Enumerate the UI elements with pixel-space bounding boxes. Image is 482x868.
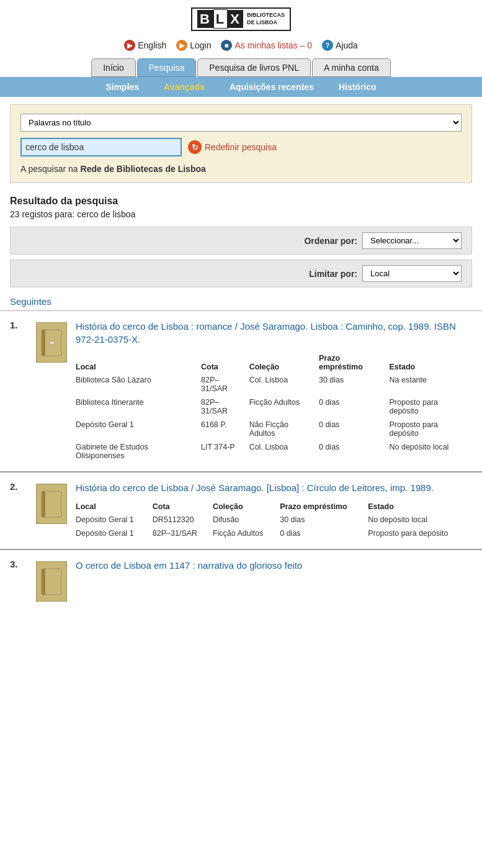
logo-tagline: BIBLIOTECAS DE LISBOA — [247, 12, 285, 26]
table-row: Depósito Geral 1 6168 P. Não Ficção Adul… — [76, 418, 472, 440]
svg-rect-6 — [42, 569, 45, 595]
sub-nav: Simples Avançada Aquisições recentes His… — [0, 77, 482, 97]
nav-listas-label: As minhas listas – 0 — [234, 40, 312, 50]
results-header: Resultado da pesquisa 23 registos para: … — [0, 191, 482, 222]
search-area: Palavras no título ↻ Redefinir pesquisa … — [10, 104, 472, 183]
cell-prazo: 30 dias — [319, 373, 390, 396]
header: BLX BIBLIOTECAS DE LISBOA — [0, 0, 482, 36]
book-cover-2 — [36, 484, 67, 524]
cell-prazo: 0 dias — [319, 418, 390, 440]
cell-local: Depósito Geral 1 — [76, 527, 153, 540]
nav-english-link[interactable]: ▶ English — [124, 40, 166, 51]
result-item-2: 2. História do cerco de Lisboa / José Sa… — [0, 471, 482, 549]
subtab-avancada[interactable]: Avançada — [164, 82, 205, 92]
subtab-aquisicoes[interactable]: Aquisições recentes — [230, 82, 314, 92]
nav-ajuda-link[interactable]: ? Ajuda — [322, 40, 358, 51]
tab-minha-conta[interactable]: A minha conta — [312, 58, 391, 77]
ajuda-icon: ? — [322, 40, 333, 51]
filter-label: Limitar por: — [309, 269, 357, 279]
table-row: Depósito Geral 1 82P–31/SAR Ficção Adult… — [76, 527, 472, 540]
english-icon: ▶ — [124, 40, 135, 51]
cell-local: Depósito Geral 1 — [76, 418, 201, 440]
cell-local: Depósito Geral 1 — [76, 513, 153, 527]
tab-inicio[interactable]: Início — [91, 58, 135, 77]
table-row: Gabinete de Estudos Olisiponenses LIT 37… — [76, 440, 472, 463]
subtab-simples[interactable]: Simples — [105, 82, 139, 92]
reset-button[interactable]: ↻ Redefinir pesquisa — [188, 140, 277, 154]
cell-colecao: Difusão — [213, 513, 280, 527]
cell-cota: LIT 374-P — [201, 440, 249, 463]
logo-letters: BLX — [197, 11, 243, 27]
cell-cota: DR5112320 — [153, 513, 213, 527]
cell-colecao: Col. Lisboa — [249, 373, 319, 396]
main-tabs: Início Pesquisa Pesquisa de livros PNL A… — [0, 55, 482, 77]
logo: BLX BIBLIOTECAS DE LISBOA — [191, 7, 291, 31]
col-prazo: Prazo empréstimo — [319, 352, 390, 373]
table-row: Depósito Geral 1 DR5112320 Difusão 30 di… — [76, 513, 472, 527]
col-local: Local — [76, 500, 153, 513]
sort-label: Ordenar por: — [304, 236, 357, 246]
reset-label: Redefinir pesquisa — [205, 142, 277, 152]
cell-local: Gabinete de Estudos Olisiponenses — [76, 440, 201, 463]
cell-colecao: Não Ficção Adultos — [249, 418, 319, 440]
listas-icon: ■ — [221, 40, 232, 51]
book-cover-1: 📖 — [36, 322, 67, 363]
results-count: 23 registos para: cerco de lisboa — [10, 209, 472, 219]
cell-cota: 82P–31/SAR — [201, 396, 249, 418]
sort-select[interactable]: Seleccionar... — [362, 232, 462, 249]
tab-livros-pnl[interactable]: Pesquisa de livros PNL — [197, 58, 311, 77]
result-number-2: 2. — [10, 481, 27, 492]
seguintes-bar: Seguintes — [0, 292, 482, 310]
cell-estado: Proposto para depósito — [390, 418, 473, 440]
cell-cota: 6168 P. — [201, 418, 249, 440]
table-row: Biblioteca São Lázaro 82P–31/SAR Col. Li… — [76, 373, 472, 396]
search-type-select[interactable]: Palavras no título — [20, 114, 462, 132]
results-title: Resultado da pesquisa — [10, 196, 472, 207]
search-network: A pesquisar na Rede de Bibliotecas de Li… — [20, 164, 462, 174]
cell-estado: No depósito local — [368, 513, 472, 527]
col-estado: Estado — [368, 500, 472, 513]
reset-icon: ↻ — [188, 140, 202, 154]
cell-local: Biblioteca Itinerante — [76, 396, 201, 418]
col-estado: Estado — [390, 352, 473, 373]
login-icon: ▶ — [176, 40, 187, 51]
cell-colecao: Col. Lisboa — [249, 440, 319, 463]
subtab-historico[interactable]: Histórico — [339, 82, 377, 92]
result-table-2: Local Cota Coleção Prazo empréstimo Esta… — [76, 500, 472, 540]
result-item-3: 3. O cerco de Lisboa em 1147 : narrativa… — [0, 549, 482, 620]
top-nav: ▶ English ▶ Login ■ As minhas listas – 0… — [0, 36, 482, 55]
result-content-3: O cerco de Lisboa em 1147 : narrativa do… — [76, 559, 472, 578]
cell-prazo: 0 dias — [319, 440, 390, 463]
cell-local: Biblioteca São Lázaro — [76, 373, 201, 396]
nav-english-label: English — [138, 40, 166, 50]
result-title-1[interactable]: História do cerco de Lisboa : romance / … — [76, 320, 472, 346]
cell-estado: No depósito local — [390, 440, 473, 463]
tab-pesquisa[interactable]: Pesquisa — [137, 58, 197, 77]
col-local: Local — [76, 352, 201, 373]
result-number-1: 1. — [10, 320, 27, 330]
result-title-2[interactable]: História do cerco de Lisboa / José Saram… — [76, 481, 472, 494]
svg-rect-1 — [42, 330, 45, 356]
col-colecao: Coleção — [249, 352, 319, 373]
col-cota: Cota — [153, 500, 213, 513]
result-item-1: 1. 📖 História do cerco de Lisboa : roman… — [0, 310, 482, 471]
cell-estado: Proposto para depósito — [368, 527, 472, 540]
cell-colecao: Ficção Adultos — [249, 396, 319, 418]
nav-login-link[interactable]: ▶ Login — [176, 40, 211, 51]
search-input[interactable] — [20, 138, 182, 156]
svg-rect-4 — [42, 491, 45, 517]
nav-login-label: Login — [190, 40, 211, 50]
cell-colecao: Ficção Adultos — [213, 527, 280, 540]
book-icon-2 — [40, 490, 63, 518]
cell-prazo: 0 dias — [319, 396, 390, 418]
book-cover-3 — [36, 561, 67, 602]
col-cota: Cota — [201, 352, 249, 373]
result-table-1: Local Cota Coleção Prazo empréstimo Esta… — [76, 352, 472, 463]
book-icon-1: 📖 — [40, 328, 63, 357]
nav-listas-link[interactable]: ■ As minhas listas – 0 — [221, 40, 312, 51]
filter-select[interactable]: Local — [362, 265, 462, 282]
result-title-3[interactable]: O cerco de Lisboa em 1147 : narrativa do… — [76, 559, 472, 572]
col-prazo: Prazo empréstimo — [280, 500, 368, 513]
seguintes-link[interactable]: Seguintes — [10, 296, 51, 307]
cell-estado: Proposto para depósito — [390, 396, 473, 418]
